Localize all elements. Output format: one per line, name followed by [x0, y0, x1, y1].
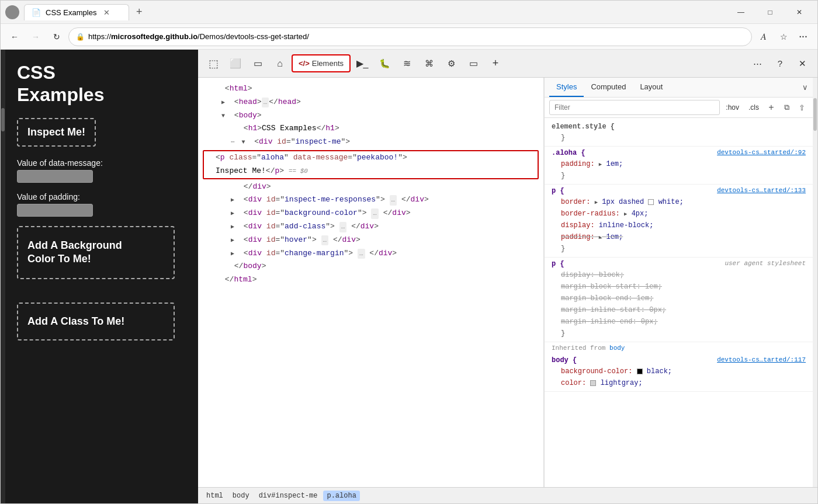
tab-close-button[interactable]: ✕ — [103, 8, 110, 17]
inspect-me-box[interactable]: Inspect Me! — [17, 118, 96, 147]
head-dots[interactable]: … — [262, 98, 269, 108]
dom-panel[interactable]: <html> ▶ <head>…</head> ▼ <body> <h1>CSS… — [198, 78, 544, 487]
dom-line-html[interactable]: <html> — [198, 82, 543, 96]
address-bar[interactable]: 🔒 https://microsoftedge.github.io/Demos/… — [68, 27, 752, 46]
dom-line-add-class[interactable]: ▶ <div id="add-class"> … </div> — [198, 220, 543, 234]
change-margin-dots[interactable]: … — [358, 249, 365, 259]
tab-layout[interactable]: Layout — [633, 78, 670, 97]
style-rule-element: element.style { } — [545, 120, 813, 147]
dom-line-body[interactable]: ▼ <body> — [198, 109, 543, 123]
value-data-message-label: Value of data-message: — [17, 158, 186, 168]
close-devtools-button[interactable]: ✕ — [792, 53, 813, 74]
webpage-scrollbar-thumb[interactable] — [1, 108, 5, 131]
sources-button[interactable]: ⌘ — [418, 53, 439, 74]
copy-styles-button[interactable]: ⧉ — [780, 101, 793, 114]
add-panel-button[interactable]: + — [485, 53, 506, 74]
hover-state-button[interactable]: :hov — [722, 102, 743, 113]
close-button[interactable]: ✕ — [786, 3, 813, 22]
inspect-element-button[interactable]: ⬚ — [203, 53, 224, 74]
styles-content: element.style { } .aloha { devtools-cs…s… — [545, 118, 813, 487]
profile-avatar[interactable] — [5, 5, 19, 19]
breadcrumb-html[interactable]: html — [203, 491, 227, 501]
read-aloud-button[interactable]: 𝐴 — [754, 27, 773, 46]
device-emulation-button[interactable]: ⬜ — [225, 53, 246, 74]
favorites-button[interactable]: ☆ — [774, 27, 793, 46]
dom-line-body-close[interactable]: </body> — [198, 260, 543, 273]
dom-line-div-close[interactable]: </div> — [198, 180, 543, 194]
application-button[interactable]: ▭ — [463, 53, 484, 74]
window-controls: — □ ✕ — [727, 3, 813, 22]
styles-panel: Styles Computed Layout ∨ :hov .cls + ⧉ ⇧ — [544, 78, 813, 487]
ua-display: display: block; — [552, 269, 806, 281]
body-background-color: background-color: black; — [552, 366, 806, 377]
dom-highlighted-p[interactable]: <p class="aloha" data-message="peekaboo!… — [203, 150, 539, 179]
p-source-link[interactable]: devtools-cs…tarted/:133 — [717, 187, 806, 195]
class-button[interactable]: .cls — [745, 102, 762, 113]
add-class-dots[interactable]: … — [339, 222, 347, 232]
breadcrumb-p-aloha[interactable]: p.aloha — [323, 491, 359, 501]
add-class-label: Add A Class To Me! — [27, 315, 124, 327]
dom-line-p[interactable]: <p class="aloha" data-message="peekaboo!… — [204, 151, 538, 165]
add-bg-color-box[interactable]: Add A Background Color To Me! — [17, 226, 175, 279]
dom-line-background-color[interactable]: ▶ <div id="background-color"> … </div> — [198, 207, 543, 220]
maximize-button[interactable]: □ — [757, 3, 784, 22]
ua-close: } — [552, 328, 806, 339]
breadcrumb-div-inspect-me[interactable]: div#inspect-me — [255, 491, 321, 501]
dom-line-inspect-me-responses[interactable]: ▶ <div id="inspect-me-responses"> … </di… — [198, 193, 543, 207]
forward-button[interactable]: → — [26, 27, 45, 46]
dom-line-div-inspect-me[interactable]: ⋯ ▼ <div id="inspect-me"> — [198, 135, 543, 149]
styles-filter-input[interactable] — [549, 100, 720, 115]
hover-dots[interactable]: … — [321, 235, 329, 246]
style-rule-header-aloha: .aloha { devtools-cs…started/:92 — [552, 149, 806, 157]
styles-filter-row: :hov .cls + ⧉ ⇧ — [545, 98, 813, 118]
dom-line-p-content[interactable]: Inspect Me!</p> == $0 — [204, 165, 538, 178]
webpage-heading: CSS Examples — [17, 61, 186, 106]
elements-tab-button[interactable]: </> Elements — [292, 54, 351, 72]
more-button[interactable]: ··· — [794, 27, 813, 46]
back-button[interactable]: ← — [5, 27, 24, 46]
add-bg-color-label-line1: Add A Background — [27, 239, 122, 251]
style-rule-p-ua: p { user agent stylesheet display: block… — [545, 258, 813, 342]
selector-aloha: .aloha { — [552, 149, 585, 157]
inspect-me-resp-dots[interactable]: … — [390, 195, 397, 206]
black-color-swatch — [637, 369, 643, 374]
styles-tab-more-button[interactable]: ∨ — [802, 83, 808, 92]
add-style-rule-button[interactable]: + — [765, 101, 778, 114]
tab-computed[interactable]: Computed — [584, 78, 633, 97]
help-button[interactable]: ? — [770, 53, 791, 74]
style-rule-body: body { devtools-cs…tarted/:117 backgroun… — [545, 354, 813, 392]
console-button[interactable]: ▶_ — [352, 53, 373, 74]
tab-page-icon: 📄 — [32, 8, 41, 17]
refresh-button[interactable]: ↻ — [47, 27, 66, 46]
dom-line-hover[interactable]: ▶ <div id="hover"> … </div> — [198, 234, 543, 247]
dom-line-head[interactable]: ▶ <head>…</head> — [198, 96, 543, 109]
network-button[interactable]: ≋ — [396, 53, 417, 74]
inherited-from-body[interactable]: body — [609, 345, 625, 352]
browser-tab[interactable]: 📄 CSS Examples ✕ — [24, 4, 129, 20]
performance-button[interactable]: ⚙ — [441, 53, 462, 74]
lock-icon: 🔒 — [76, 33, 85, 41]
styles-scrollbar-thumb[interactable] — [813, 98, 817, 131]
bg-color-dots[interactable]: … — [371, 208, 379, 219]
home-button[interactable]: ⌂ — [269, 53, 290, 74]
add-class-box[interactable]: Add A Class To Me! — [17, 303, 175, 340]
debug-button[interactable]: 🐛 — [374, 53, 395, 74]
url-text: https://microsoftedge.github.io/Demos/de… — [88, 32, 744, 41]
aloha-source-link[interactable]: devtools-cs…started/:92 — [717, 149, 806, 157]
more-panels-button[interactable]: ⋯ — [747, 53, 768, 74]
breadcrumb-body[interactable]: body — [229, 491, 253, 501]
new-tab-button[interactable]: + — [136, 6, 143, 18]
style-rule-header-p: p { devtools-cs…tarted/:133 — [552, 187, 806, 195]
body-source-link[interactable]: devtools-cs…tarted/:117 — [717, 356, 806, 364]
dom-line-html-close[interactable]: </html> — [198, 273, 543, 287]
minimize-button[interactable]: — — [727, 3, 754, 22]
tab-styles[interactable]: Styles — [549, 78, 584, 97]
navigation-bar: ← → ↻ 🔒 https://microsoftedge.github.io/… — [1, 24, 817, 50]
styles-panel-scrollbar[interactable] — [813, 78, 817, 487]
dom-line-change-margin[interactable]: ▶ <div id="change-margin"> … </div> — [198, 247, 543, 260]
devtools-panel: ⬚ ⬜ ▭ ⌂ </> Elements ▶_ 🐛 ≋ ⌘ ⚙ ▭ + ⋯ ? … — [198, 50, 817, 503]
sidebar-toggle-button[interactable]: ▭ — [247, 53, 268, 74]
inspect-me-label: Inspect Me! — [27, 126, 85, 138]
dom-line-h1[interactable]: <h1>CSS Examples</h1> — [198, 122, 543, 135]
more-options-button[interactable]: ⇧ — [795, 101, 808, 114]
